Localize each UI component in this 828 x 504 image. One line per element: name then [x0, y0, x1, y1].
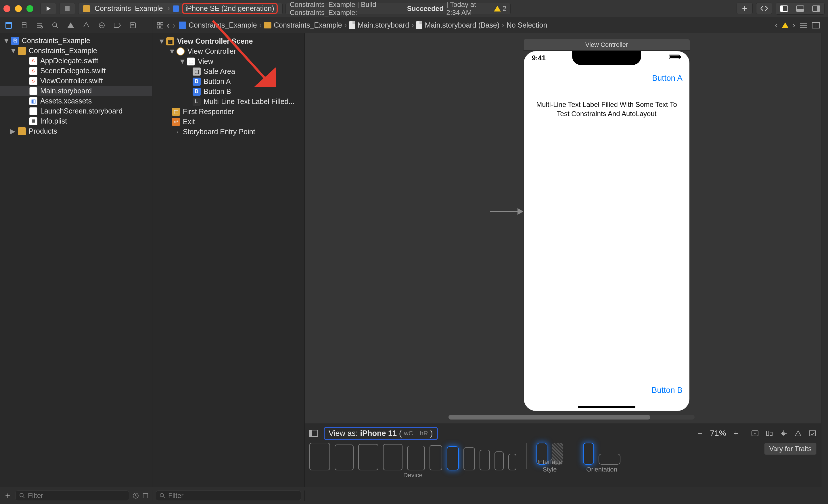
- outline-exit[interactable]: ↩Exit: [152, 117, 304, 127]
- tree-row-file[interactable]: LaunchScreen.storyboard: [0, 106, 152, 116]
- toggle-outline-button[interactable]: [309, 430, 318, 437]
- breakpoint-navigator-tab[interactable]: [112, 19, 123, 31]
- orientation-landscape[interactable]: [598, 454, 620, 465]
- project-navigator: ▼⎘Constraints_Example ▼Constraints_Examp…: [0, 33, 152, 487]
- tree-row-file[interactable]: ≣Info.plist: [0, 116, 152, 126]
- source-control-tab[interactable]: [18, 19, 30, 31]
- scm-filter-icon[interactable]: [142, 493, 149, 499]
- test-navigator-tab[interactable]: [81, 19, 92, 31]
- add-button[interactable]: ＋: [3, 490, 12, 501]
- outline-button-b[interactable]: BButton B: [152, 87, 304, 97]
- warning-icon[interactable]: [782, 22, 789, 28]
- recent-filter-icon[interactable]: [132, 493, 139, 499]
- breadcrumb[interactable]: Constraints_Example Constraints_Example …: [179, 21, 547, 29]
- resolve-issues-button[interactable]: [794, 430, 802, 437]
- zoom-value[interactable]: 71%: [710, 429, 726, 438]
- scheme-selector[interactable]: Constraints_Example › iPhone SE (2nd gen…: [78, 3, 283, 14]
- outline-filter[interactable]: Filter: [156, 491, 301, 501]
- canvas-button-a[interactable]: Button A: [652, 74, 682, 83]
- toggle-bottom-panel[interactable]: [792, 3, 808, 14]
- debug-navigator-tab[interactable]: [96, 19, 108, 31]
- tree-row-file[interactable]: ◧Assets.xcassets: [0, 96, 152, 106]
- stop-button[interactable]: [59, 3, 75, 14]
- toggle-right-panel[interactable]: [808, 3, 824, 14]
- toggle-left-panel[interactable]: [776, 3, 792, 14]
- view-as-prefix: View as:: [329, 429, 358, 438]
- device-iphone-8-plus[interactable]: [480, 450, 490, 470]
- outline-scene[interactable]: ▼▦View Controller Scene: [152, 36, 304, 46]
- scene-title-bar[interactable]: View Controller: [523, 39, 690, 51]
- code-review-button[interactable]: [756, 3, 772, 14]
- tree-row-file-selected[interactable]: Main.storyboard: [0, 86, 152, 96]
- add-editor[interactable]: [812, 22, 820, 29]
- jump-prev-issue[interactable]: ‹: [775, 21, 777, 30]
- chevron-right-icon: ›: [168, 4, 170, 13]
- orientation-portrait[interactable]: [583, 443, 594, 465]
- add-constraints-button[interactable]: [780, 430, 788, 437]
- tree-row-file[interactable]: sViewController.swift: [0, 76, 152, 86]
- device-iphone-11[interactable]: [447, 446, 459, 470]
- device-ipad-mini[interactable]: [407, 446, 425, 470]
- outline-entry-point[interactable]: →Storyboard Entry Point: [152, 127, 304, 137]
- svg-marker-18: [114, 23, 120, 28]
- tree-row-group[interactable]: ▼Constraints_Example: [0, 46, 152, 56]
- run-button[interactable]: [40, 3, 56, 14]
- chevron-right-icon: [344, 21, 347, 29]
- storyboard-icon: [29, 87, 37, 95]
- tree-row-products[interactable]: ▶Products: [0, 126, 152, 136]
- outline-label[interactable]: LMulti-Line Text Label Filled...: [152, 97, 304, 106]
- adjust-editor-options[interactable]: [799, 22, 808, 29]
- project-navigator-tab[interactable]: [3, 19, 14, 31]
- canvas-button-b[interactable]: Button B: [652, 385, 682, 395]
- embed-in-button[interactable]: [751, 430, 759, 437]
- outline-button-a[interactable]: BButton A: [152, 77, 304, 87]
- forward-button[interactable]: ›: [172, 20, 175, 30]
- tree-row-file[interactable]: sSceneDelegate.swift: [0, 66, 152, 76]
- device-iphone-8[interactable]: [495, 451, 504, 470]
- zoom-icon[interactable]: [27, 5, 33, 12]
- related-items-icon[interactable]: [156, 21, 164, 29]
- outline-vc[interactable]: ▼View Controller: [152, 46, 304, 56]
- symbol-navigator-tab[interactable]: [34, 19, 45, 31]
- outline-view[interactable]: ▼▢View: [152, 56, 304, 66]
- library-button[interactable]: ＋: [737, 3, 753, 14]
- vary-for-traits-button[interactable]: Vary for Traits: [764, 443, 817, 455]
- file-label: Products: [29, 127, 57, 135]
- navigator-filter[interactable]: Filter: [15, 491, 129, 501]
- horizontal-scrollbar[interactable]: [449, 415, 695, 419]
- device-iphone-se[interactable]: [508, 454, 516, 470]
- device-ipad-air[interactable]: [383, 444, 403, 470]
- device-ipad-pro-12[interactable]: [309, 443, 330, 470]
- svg-rect-4: [780, 6, 783, 11]
- issue-navigator-tab[interactable]: [65, 19, 77, 31]
- view-as-selector[interactable]: View as: iPhone 11 (wC hR): [324, 427, 438, 440]
- embed-button[interactable]: [809, 430, 817, 437]
- find-navigator-tab[interactable]: [49, 19, 61, 31]
- device-ipad-pro-11[interactable]: [335, 445, 354, 470]
- outline-safearea[interactable]: ▢Safe Area: [152, 66, 304, 77]
- svg-rect-11: [22, 23, 26, 28]
- align-button[interactable]: [765, 430, 773, 437]
- svg-point-13: [41, 27, 43, 28]
- outline-label: View Controller: [188, 47, 236, 55]
- outline-first-responder[interactable]: ⬚First Responder: [152, 106, 304, 117]
- tree-row-project[interactable]: ▼⎘Constraints_Example: [0, 36, 152, 46]
- report-navigator-tab[interactable]: [127, 19, 138, 31]
- device-iphone-pro[interactable]: [463, 447, 475, 470]
- back-button[interactable]: ‹: [167, 20, 170, 30]
- scrollbar-thumb[interactable]: [449, 415, 650, 419]
- issues-indicator[interactable]: 2: [494, 5, 506, 13]
- device-iphone-pro-max[interactable]: [429, 445, 442, 470]
- button-icon: B: [193, 88, 201, 96]
- button-label: Button A: [652, 74, 682, 83]
- close-icon[interactable]: [3, 5, 10, 12]
- zoom-in-button[interactable]: +: [734, 429, 738, 438]
- minimize-icon[interactable]: [15, 5, 22, 12]
- canvas-label[interactable]: Multi-Line Text Label Filled With Some T…: [532, 100, 681, 119]
- device-ipad[interactable]: [358, 444, 378, 470]
- zoom-out-button[interactable]: −: [698, 429, 702, 438]
- jump-next-issue[interactable]: ›: [793, 21, 795, 30]
- tree-row-file[interactable]: sAppDelegate.swift: [0, 56, 152, 66]
- canvas-scroll[interactable]: View Controller 9:41 Button A Multi-Line…: [305, 33, 821, 423]
- device-preview[interactable]: 9:41 Button A Multi-Line Text Label Fill…: [523, 51, 690, 411]
